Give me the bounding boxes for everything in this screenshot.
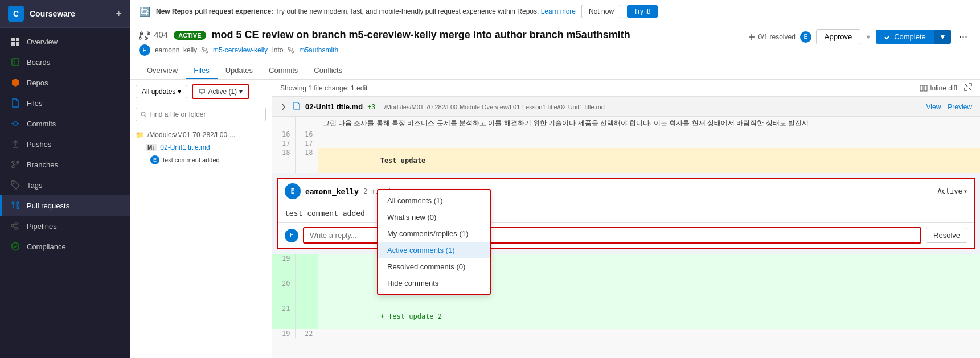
pr-title: mod 5 CE review on branch m5-cereview-ke… [212, 29, 630, 41]
comment-avatar: E [285, 183, 301, 199]
svg-line-20 [14, 225, 15, 228]
tab-files[interactable]: Files [186, 63, 217, 79]
expand-icon[interactable] [964, 83, 972, 93]
filter-row: All updates ▾ Active (1) ▾ [130, 80, 272, 104]
all-updates-filter[interactable]: All updates ▾ [136, 85, 187, 98]
banner-learn-more[interactable]: Learn more [541, 7, 576, 15]
pr-status-badge: ACTIVE [174, 31, 206, 40]
sidebar-add-button[interactable]: + [116, 8, 122, 20]
approve-dropdown[interactable]: ▼ [865, 34, 871, 40]
dropdown-resolved-comments[interactable]: Resolved comments (0) [378, 258, 490, 275]
sidebar-item-repos[interactable]: Repos [0, 72, 130, 93]
complete-button[interactable]: Complete [876, 30, 934, 44]
sidebar-item-overview[interactable]: Overview [0, 31, 130, 52]
sidebar-item-pull-requests[interactable]: Pull requests [0, 195, 130, 216]
dropdown-active-comments[interactable]: Active comments (1) [378, 242, 490, 258]
line-num-18-right: 18 [295, 148, 318, 173]
pr-more-menu[interactable]: ··· [956, 30, 971, 44]
comment-status-dropdown[interactable]: Active ▾ [937, 187, 967, 195]
svg-rect-34 [924, 85, 927, 91]
sidebar-item-files[interactable]: Files [0, 93, 130, 113]
line-content-16 [318, 130, 980, 139]
sidebar-item-boards[interactable]: Boards [0, 52, 130, 72]
pr-title-row: 404 ACTIVE mod 5 CE review on branch m5-… [139, 29, 630, 41]
svg-rect-3 [16, 42, 19, 46]
tab-updates[interactable]: Updates [218, 63, 261, 79]
sidebar-title: Courseware [30, 9, 116, 18]
source-branch[interactable]: m5-cereview-kelly [213, 46, 268, 54]
dropdown-hide-comments[interactable]: Hide comments [378, 275, 490, 291]
dropdown-whats-new[interactable]: What's new (0) [378, 209, 490, 225]
complete-dropdown-button[interactable]: ▼ [934, 30, 951, 44]
tab-overview[interactable]: Overview [139, 63, 186, 79]
compliance-icon [10, 241, 21, 252]
complete-btn-group: Complete ▼ [876, 30, 951, 44]
pr-header: 404 ACTIVE mod 5 CE review on branch m5-… [130, 23, 980, 80]
diff-row-17: 17 17 [272, 139, 980, 148]
sidebar-item-label: Compliance [27, 242, 66, 251]
sidebar-item-branches[interactable]: Branches [0, 154, 130, 175]
sidebar-item-label: Overview [27, 38, 58, 46]
tree-file[interactable]: M↓ 02-Unit1 title.md [130, 141, 272, 154]
dropdown-my-comments[interactable]: My comments/replies (1) [378, 225, 490, 242]
sidebar-item-compliance[interactable]: Compliance [0, 236, 130, 257]
svg-rect-1 [16, 38, 19, 41]
svg-point-26 [146, 37, 148, 39]
view-link[interactable]: View [926, 103, 941, 111]
line-num-17-right: 17 [295, 139, 318, 148]
diff-row-18: 18 18 Test update [272, 148, 980, 173]
inline-diff-toggle[interactable]: Inline diff [920, 84, 957, 92]
pr-author: eamonn_kelly [155, 46, 197, 54]
file-search-input[interactable] [149, 110, 261, 118]
diff-info-left: Showing 1 file change: 1 edit [280, 84, 367, 92]
pr-meta-row: E eamonn_kelly m5-cereview-kelly into m5… [139, 44, 971, 56]
sidebar-item-commits[interactable]: Commits [0, 113, 130, 134]
diff-file-name: 02-Unit1 title.md [305, 102, 363, 111]
preview-link[interactable]: Preview [948, 103, 972, 111]
tab-conflicts[interactable]: Conflicts [306, 63, 350, 79]
sidebar-header: C Courseware + [0, 0, 130, 28]
comment-author-avatar-tiny: E [150, 155, 159, 164]
overview-icon [10, 36, 21, 47]
tab-commits[interactable]: Commits [261, 63, 306, 79]
line-num-16-left: 16 [272, 130, 295, 139]
pushes-icon [10, 138, 21, 150]
collapse-icon[interactable] [280, 103, 288, 111]
branches-icon [10, 159, 21, 170]
sidebar-item-pipelines[interactable]: Pipelines [0, 216, 130, 236]
approve-button[interactable]: Approve [816, 29, 860, 44]
sidebar-item-label: Commits [27, 120, 56, 128]
svg-point-13 [12, 202, 14, 204]
svg-point-14 [17, 207, 19, 209]
top-banner: 🔄 New Repos pull request experience: Try… [130, 0, 980, 23]
diff-file-additions: +3 [367, 103, 375, 111]
file-tree: 📁 /Modules/M01-70-282/L00-... M↓ 02-Unit… [130, 125, 272, 358]
try-it-button[interactable]: Try it! [627, 5, 658, 18]
tree-folder: 📁 /Modules/M01-70-282/L00-... [130, 129, 272, 141]
svg-line-32 [145, 116, 146, 117]
dropdown-all-comments[interactable]: All comments (1) [378, 192, 490, 209]
svg-rect-18 [15, 227, 17, 229]
sidebar-item-tags[interactable]: Tags [0, 175, 130, 195]
resolved-count: 0/1 resolved [748, 33, 795, 41]
diff-info-bar: Showing 1 file change: 1 edit Inline dif… [272, 80, 980, 97]
banner-text: New Repos pull request experience: Try o… [156, 7, 576, 15]
target-branch[interactable]: m5authsmith [299, 46, 338, 54]
left-panel: All updates ▾ Active (1) ▾ 📁 /Modu [130, 80, 272, 358]
not-now-button[interactable]: Not now [581, 5, 621, 18]
line-num-right [295, 117, 318, 130]
diff-file-path: /Modules/M01-70-282/L00-Module Overview/… [384, 104, 605, 110]
search-icon [141, 111, 147, 118]
line-num-22-old: 19 [272, 329, 295, 338]
sidebar-item-pushes[interactable]: Pushes [0, 134, 130, 154]
file-icon [293, 102, 301, 112]
diff-row-add-21: 21 + Test update 2 [272, 304, 980, 329]
svg-rect-2 [11, 42, 15, 46]
line-content-21: + Test update 2 [318, 304, 980, 329]
branch-into-icon [288, 47, 294, 54]
comment-author: eamonn_kelly [305, 187, 359, 196]
pr-header-top: 404 ACTIVE mod 5 CE review on branch m5-… [139, 29, 971, 44]
sidebar-item-label: Pull requests [27, 201, 69, 210]
resolve-button[interactable]: Resolve [926, 228, 967, 243]
active-filter-button[interactable]: Active (1) ▾ [192, 84, 249, 99]
